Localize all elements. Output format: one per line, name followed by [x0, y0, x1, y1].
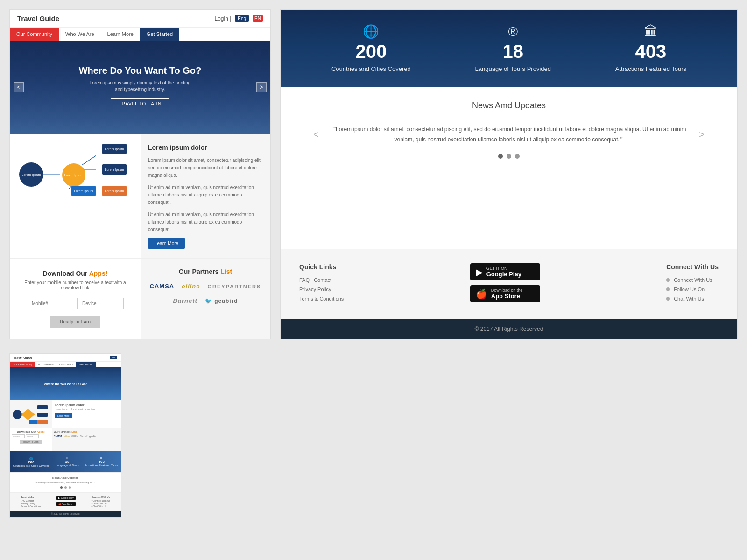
news-section: News Amd Updates < ""Lorem ipsum dolor s… — [281, 87, 737, 249]
nav-get-started[interactable]: Get Started — [140, 28, 179, 41]
mp1-app-btns: ▶ Google Play 🍎 App Store — [56, 496, 76, 508]
mp1-nav: Our Community Who We Are Learn More Get … — [10, 362, 121, 367]
flow-section: Lorem Ipsum Lorem Ipsum Lorem Ipsum Lore… — [10, 134, 270, 258]
flow-body-2: Ut enim ad minim veniam, quis nostrud ex… — [148, 184, 263, 206]
google-play-sub: GET IT ON — [486, 266, 521, 271]
partners-title: Our Partners List — [148, 268, 263, 275]
news-quote: ""Lorem ipsum dolor sit amet, consectetu… — [328, 125, 690, 145]
mp1-copyright: © 2017 All Rights Reserved — [10, 511, 121, 517]
news-dot-2[interactable] — [507, 154, 511, 159]
mp1-lang: EN — [110, 356, 117, 359]
hero-subtitle: Lorem ipsum is simply dummy text of the … — [89, 80, 191, 93]
mp1-hero-text: Where Do You Want To Go? — [44, 382, 87, 385]
news-next-button[interactable]: > — [694, 129, 709, 140]
footer-connect: Connect With Us Connect With Us Follow U… — [666, 263, 719, 301]
flow-diagram: Lorem Ipsum Lorem Ipsum Lorem Ipsum Lore… — [10, 134, 141, 258]
download-highlight: Apps! — [89, 270, 108, 277]
nav-learn-more[interactable]: Learn More — [101, 28, 140, 41]
stat-languages: ® 18 Language of Tours Provided — [475, 24, 551, 73]
partner-grey: GREYPARTNERS — [208, 284, 261, 289]
download-inputs — [19, 298, 131, 309]
attractions-icon: 🏛 — [615, 24, 686, 39]
mp1-connect: Connect With Us • Connect With Us • Foll… — [91, 496, 110, 508]
hero-prev-button[interactable]: < — [14, 82, 24, 92]
connect-label-2: Follow Us On — [674, 287, 705, 292]
mp1-header: Travel Guide EN — [10, 354, 121, 362]
partners-logos: CAMSA elline GREYPARTNERS Barnett 🐦 geab… — [148, 283, 263, 304]
learn-more-button[interactable]: Learn More — [148, 238, 185, 249]
mp1-nav-start[interactable]: Get Started — [76, 362, 96, 367]
connect-dot-3 — [666, 297, 670, 301]
registered-icon: ® — [475, 24, 551, 39]
partner-camsa: CAMSA — [150, 283, 175, 290]
news-carousel: < ""Lorem ipsum dolor sit amet, consecte… — [309, 125, 709, 145]
ready-to-earn-button[interactable]: Ready To Earn — [50, 316, 100, 328]
app-store-name: App Store — [491, 293, 523, 300]
mp1-stat-1: 🌐200Countries and Cities Covered — [13, 457, 49, 467]
nav-our-community[interactable]: Our Community — [10, 28, 59, 41]
mobile-input[interactable] — [27, 298, 73, 309]
lang-badge[interactable]: Eng — [235, 15, 249, 22]
mp1-flow-right: Lorem ipsum dolor Lorem ipsum dolor sit … — [52, 400, 121, 428]
connect-label-1: Connect With Us — [674, 277, 712, 283]
flow-rect-bot-blue: Lorem Ipsum — [71, 186, 96, 196]
google-play-button[interactable]: ▶ GET IT ON Google Play — [470, 263, 540, 280]
footer-copyright: © 2017 All Rights Reserved — [281, 319, 737, 339]
mp1-download: Download Our Apps! Mobile# Device Ready … — [10, 428, 121, 451]
google-play-name: Google Play — [486, 271, 521, 278]
left-panel: Travel Guide Login | Eng EN Our Communit… — [9, 9, 271, 339]
svg-rect-11 — [37, 420, 48, 424]
download-partners-row: Download Our Apps! Enter your mobile num… — [10, 258, 270, 339]
flow-body-3: Ut enim ad minim veniam, quis nostrud ex… — [148, 211, 263, 233]
news-dot-3[interactable] — [515, 154, 520, 159]
mp1-nav-learn[interactable]: Learn More — [56, 362, 77, 367]
stat-number-languages: 18 — [475, 42, 551, 61]
mp1-dl-left: Download Our Apps! Mobile# Device Ready … — [10, 428, 52, 451]
connect-label-3: Chat With Us — [674, 296, 704, 301]
footer-quick-links: Quick Links FAQ Contact Privacy Policy T… — [299, 263, 344, 305]
footer-link-faq[interactable]: FAQ Contact — [299, 277, 344, 283]
stats-hero: 🌐 200 Countries and Cities Covered ® 18 … — [281, 10, 737, 87]
mp1-nav-who[interactable]: Who We Are — [35, 362, 56, 367]
svg-rect-8 — [37, 405, 48, 409]
news-title: News Amd Updates — [309, 101, 709, 111]
flag-badge[interactable]: EN — [253, 15, 263, 22]
app-store-button[interactable]: 🍎 Download on the App Store — [470, 285, 540, 302]
login-text: Login | — [214, 15, 231, 22]
news-dot-1[interactable] — [498, 154, 503, 159]
device-input[interactable] — [77, 298, 124, 309]
hero-cta-button[interactable]: TRAVEL TO EARN — [111, 98, 169, 109]
app-store-text: Download on the App Store — [491, 288, 523, 300]
hero-next-button[interactable]: > — [256, 82, 267, 92]
stat-label-countries: Countries and Cities Covered — [331, 65, 411, 72]
nav-who-we-are[interactable]: Who We Are — [59, 28, 101, 41]
mp1-flow: Lorem ipsum dolor Lorem ipsum dolor sit … — [10, 400, 121, 428]
connect-item-3[interactable]: Chat With Us — [666, 296, 719, 301]
google-play-icon: ▶ — [476, 266, 483, 278]
partner-barnett: Barnett — [173, 297, 197, 304]
stat-countries: 🌐 200 Countries and Cities Covered — [331, 24, 411, 73]
mp1-stat-3: 🏛403Attractions Featured Tours — [85, 457, 118, 467]
mp1-nav-community[interactable]: Our Community — [10, 362, 35, 367]
connect-dot-2 — [666, 287, 670, 291]
mp1-quick-links: Quick Links FAQ Contact Privacy Policy T… — [21, 496, 41, 508]
connect-item-1[interactable]: Connect With Us — [666, 277, 719, 283]
google-play-text: GET IT ON Google Play — [486, 266, 521, 278]
mp1-dl-right: Our Partners List CAMSA elline GREY Barn… — [52, 428, 121, 451]
mp1-flow-left — [10, 400, 52, 428]
connect-item-2[interactable]: Follow Us On — [666, 287, 719, 292]
footer-link-privacy[interactable]: Privacy Policy — [299, 287, 344, 292]
site-nav: Our Community Who We Are Learn More Get … — [10, 28, 270, 41]
stat-label-languages: Language of Tours Provided — [475, 65, 551, 72]
partners-highlight: List — [220, 268, 232, 275]
connect-title: Connect With Us — [666, 263, 719, 271]
footer-link-terms[interactable]: Terms & Conditions — [299, 296, 344, 301]
apple-icon: 🍎 — [476, 288, 487, 300]
flow-text-title: Lorem ipsum dolor — [148, 144, 263, 151]
app-store-buttons: ▶ GET IT ON Google Play 🍎 Download on th… — [470, 263, 540, 302]
globe-icon: 🌐 — [331, 24, 411, 39]
flow-rect-orange: Lorem Ipsum — [102, 186, 127, 196]
news-prev-button[interactable]: < — [309, 129, 324, 140]
flow-body-1: Lorem ipsum dolor sit amet, consectetur … — [148, 157, 263, 179]
flow-rect-top: Lorem Ipsum — [102, 144, 127, 154]
